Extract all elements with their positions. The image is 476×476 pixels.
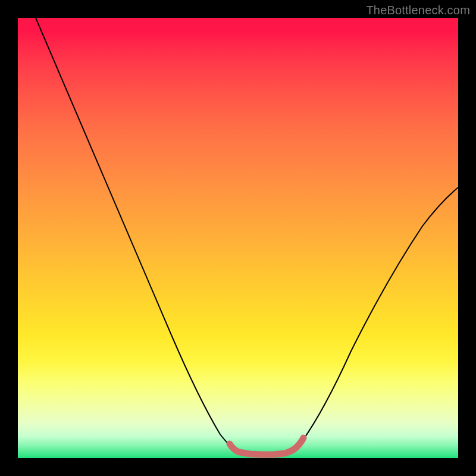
optimal-range-marker bbox=[230, 438, 303, 455]
curve-layer bbox=[18, 18, 458, 458]
bottleneck-curve bbox=[36, 18, 458, 455]
watermark-text: TheBottleneck.com bbox=[366, 4, 470, 17]
chart-frame: TheBottleneck.com bbox=[0, 0, 476, 476]
plot-area bbox=[18, 18, 458, 458]
